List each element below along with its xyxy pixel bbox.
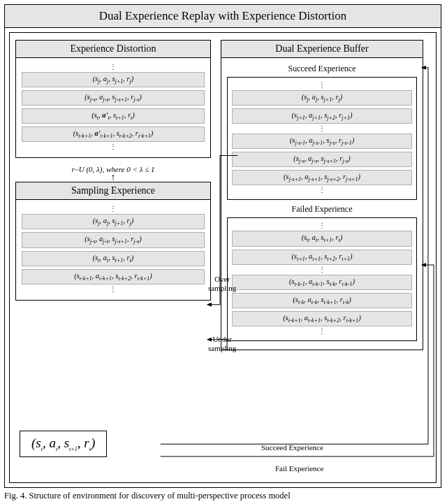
ellipsis-icon: ⋮ [22,207,205,211]
failed-row: (st-k+1, at-k+1, st-k+2, rt-k+1) [232,311,412,326]
succeed-row: (sj-s+1, aj-s+1, sj-s+2, rj-s+1) [232,170,412,185]
figure-caption: Fig. 4. Structure of environment for dis… [4,491,443,501]
succeed-frame: ⋮ (sj, aj, sj+1, rj) (sj+1, aj+1, sj+2, … [227,77,417,200]
ellipsis-icon: ⋮ [232,127,412,131]
succeed-row: (sj-s-1, aj-s-1, sj-s, rj-s-1) [232,134,412,149]
sampling-experience-panel: Sampling Experience ⋮ (sj, aj, sj+1, rj)… [15,182,211,300]
succeed-sub-title: Succeed Experience [224,64,420,74]
ellipsis-icon: ⋮ [22,287,205,291]
failed-row: (st, at, st+1, rt) [232,231,412,246]
fail-experience-label: Fail Experience [275,464,323,473]
sampling-experience-title: Sampling Experience [16,182,210,200]
succeed-row: (sj-s, aj-s, sj-s+1, rj-s) [232,152,412,167]
failed-sub-title: Failed Experience [224,204,420,215]
ellipsis-icon: ⋮ [22,145,205,149]
succeed-experience-label: Succeed Experience [261,443,323,452]
distortion-row: (sj-s, aj-s, sj-s+1, rj-s) [22,90,205,106]
dual-buffer-title: Dual Experience Buffer [221,41,423,58]
ellipsis-icon: ⋮ [22,65,205,69]
under-sampling-label: Undersampling [208,335,236,353]
sampling-row: (st, at, st+1, rt) [22,251,205,266]
diagram-title: Dual Experience Replay with Experience D… [5,5,441,28]
failed-frame: ⋮ (st, at, st+1, rt) (st+1, at+1, st+2, … [227,217,417,340]
failed-row: (st+1, at+1, st+2, rt+1) [232,250,412,265]
experience-distortion-title: Experience Distortion [16,41,210,58]
sampling-row: (sj, aj, sj+1, rj) [22,214,205,229]
succeed-row: (sj+1, aj+1, sj+2, rj+1) [232,108,412,124]
diagram-body: Experience Distortion ⋮ (sj, aj, sj+1, r… [9,32,437,483]
diagram-outer: Dual Experience Replay with Experience D… [4,4,441,488]
left-column: Experience Distortion ⋮ (sj, aj, sj+1, r… [15,40,211,357]
over-sampling-label: Oversampling [208,275,236,293]
experience-distortion-panel: Experience Distortion ⋮ (sj, aj, sj+1, r… [15,40,211,158]
sampling-row: (st-k+1, at-k+1, st-k+2, rt-k+1) [22,269,205,285]
distortion-row: (st, a't, st+1, rt) [22,108,205,124]
distortion-row: (sj, aj, sj+1, rj) [22,72,205,87]
sampling-row: (sj-s, aj-s, sj-s+1, rj-s) [22,232,205,247]
dual-buffer-panel: Dual Experience Buffer Succeed Experienc… [221,40,423,350]
arrow-up-icon: ↑ [15,173,211,182]
distortion-row: (st-k+1, a't-k+1, st-k+2, rt-k+1) [22,127,205,142]
ellipsis-icon: ⋮ [232,329,412,333]
failed-row: (st-k-1, at-k-1, st-k, rt-k-1) [232,275,412,290]
right-column: Dual Experience Buffer Succeed Experienc… [221,40,423,357]
ellipsis-icon: ⋮ [232,188,412,192]
ellipsis-icon: ⋮ [232,83,412,87]
ellipsis-icon: ⋮ [232,224,412,228]
failed-row: (st-k, at-k, st-k+1, rt-k) [232,293,412,308]
input-tuple: (st, at, st+1, rt) [20,431,107,457]
succeed-row: (sj, aj, sj+1, rj) [232,90,412,106]
ellipsis-icon: ⋮ [232,268,412,272]
